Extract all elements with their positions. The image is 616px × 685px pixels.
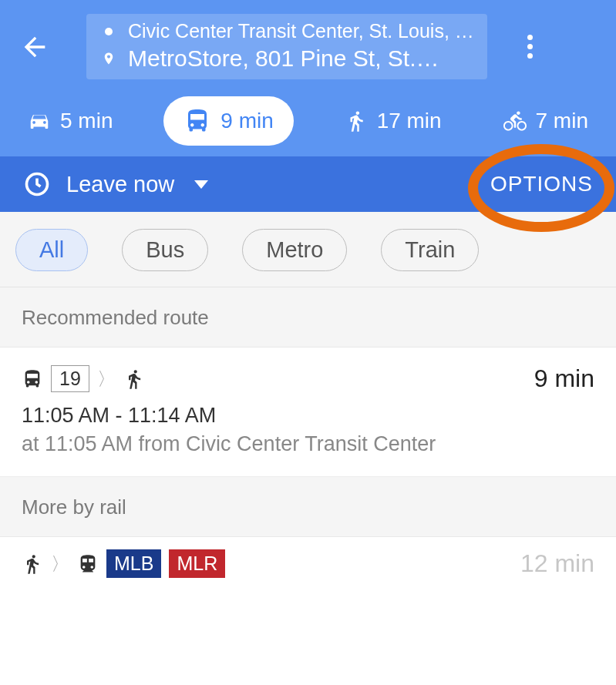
filter-metro[interactable]: Metro bbox=[242, 229, 347, 271]
bus-line-badge: 19 bbox=[51, 365, 89, 392]
route-times: 11:05 AM - 11:14 AM bbox=[22, 404, 594, 428]
mode-transit-time: 9 min bbox=[220, 109, 273, 133]
route-duration: 9 min bbox=[534, 364, 594, 393]
route-endpoints-box[interactable]: Civic Center Transit Center, St. Louis, … bbox=[86, 14, 487, 79]
svg-point-0 bbox=[105, 28, 113, 35]
chevron-right-icon: 〉 bbox=[97, 367, 116, 391]
mode-bike[interactable]: 7 min bbox=[493, 102, 599, 139]
bus-icon bbox=[22, 368, 43, 390]
section-recommended-label: Recommended route bbox=[0, 287, 616, 348]
overflow-menu-button[interactable] bbox=[510, 28, 549, 66]
more-vert-icon bbox=[527, 35, 533, 59]
mode-drive-time: 5 min bbox=[60, 109, 113, 133]
route-from: at 11:05 AM from Civic Center Transit Ce… bbox=[22, 432, 594, 456]
destination-text: MetroStore, 801 Pine St, St.… bbox=[128, 45, 439, 72]
depart-label: Leave now bbox=[66, 172, 174, 197]
mode-transit[interactable]: 9 min bbox=[163, 96, 293, 146]
chevron-right-icon: 〉 bbox=[51, 552, 69, 576]
recommended-route-card[interactable]: 19 〉 9 min 11:05 AM - 11:14 AM at 11:05 … bbox=[0, 348, 616, 477]
mode-drive[interactable]: 5 min bbox=[17, 102, 123, 139]
transit-filter-row: All Bus Metro Train bbox=[0, 212, 616, 287]
destination-pin-icon bbox=[99, 50, 119, 67]
mode-bike-time: 7 min bbox=[536, 109, 588, 133]
filter-train[interactable]: Train bbox=[381, 229, 479, 271]
bus-icon bbox=[183, 107, 211, 135]
walk-icon bbox=[123, 368, 145, 390]
depart-time-selector[interactable]: Leave now bbox=[23, 170, 208, 198]
dropdown-triangle-icon bbox=[194, 180, 208, 189]
origin-dot-icon bbox=[99, 26, 119, 37]
rail-badge-mlr: MLR bbox=[169, 549, 225, 578]
filter-bus[interactable]: Bus bbox=[122, 229, 208, 271]
filter-all[interactable]: All bbox=[15, 229, 88, 271]
back-button[interactable] bbox=[14, 26, 56, 68]
rail-route-card[interactable]: 〉 MLB MLR 12 min bbox=[0, 537, 616, 578]
clock-icon bbox=[23, 170, 51, 198]
origin-text: Civic Center Transit Center, St. Louis, … bbox=[128, 20, 474, 42]
walk-icon bbox=[345, 109, 368, 133]
car-icon bbox=[28, 109, 51, 133]
travel-mode-tabs: 5 min 9 min 17 min 7 min bbox=[14, 96, 602, 146]
options-button[interactable]: OPTIONS bbox=[490, 172, 593, 196]
train-icon bbox=[77, 553, 99, 575]
section-rail-label: More by rail bbox=[0, 477, 616, 537]
rail-duration: 12 min bbox=[520, 549, 594, 578]
mode-walk-time: 17 min bbox=[377, 109, 442, 133]
bike-icon bbox=[503, 109, 527, 133]
mode-walk[interactable]: 17 min bbox=[334, 102, 453, 139]
rail-steps: 〉 MLB MLR bbox=[22, 549, 225, 578]
walk-icon bbox=[22, 553, 43, 575]
route-steps: 19 〉 bbox=[22, 365, 145, 392]
rail-badge-mlb: MLB bbox=[106, 549, 161, 578]
